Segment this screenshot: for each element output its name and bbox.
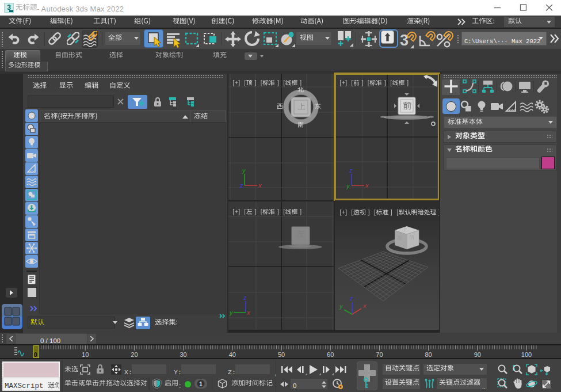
svg-text:x: x — [258, 182, 262, 189]
svg-text:z: z — [243, 294, 247, 301]
svg-text:60: 60 — [327, 351, 334, 358]
svg-text:z: z — [239, 182, 243, 189]
svg-text:40: 40 — [229, 351, 236, 358]
svg-text:3: 3 — [400, 32, 409, 48]
svg-text:y: y — [242, 167, 246, 174]
svg-text:z: z — [349, 167, 353, 174]
svg-text:100: 100 — [521, 351, 532, 358]
svg-text:20: 20 — [131, 351, 138, 358]
svg-text:y: y — [339, 303, 344, 310]
svg-text:10: 10 — [82, 351, 89, 358]
svg-text:x: x — [246, 309, 250, 316]
svg-text:x: x — [362, 302, 367, 309]
svg-text:x: x — [365, 182, 369, 189]
svg-text:30: 30 — [180, 351, 186, 358]
svg-text:90: 90 — [474, 351, 481, 358]
svg-text:80: 80 — [425, 351, 432, 358]
svg-text:70: 70 — [376, 351, 383, 358]
svg-text:50: 50 — [278, 351, 285, 358]
svg-text:1: 1 — [199, 381, 203, 387]
svg-text:3: 3 — [7, 3, 11, 12]
svg-text:z: z — [349, 295, 353, 302]
svg-text:y: y — [229, 309, 234, 316]
svg-text:y: y — [346, 182, 350, 189]
